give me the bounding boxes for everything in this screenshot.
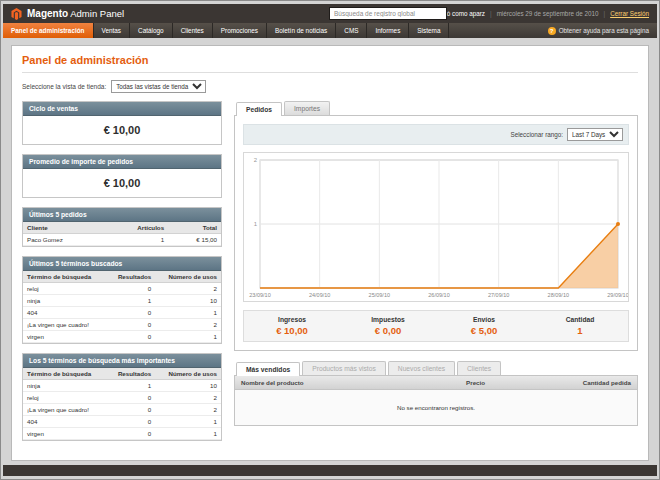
- table-row[interactable]: virgen01: [23, 428, 221, 440]
- column-header: Nombre del producto: [235, 376, 416, 390]
- table-row[interactable]: 40401: [23, 416, 221, 428]
- tab-mas-vendidos[interactable]: Más vendidos: [236, 362, 300, 376]
- brand-title: Magento Admin Panel: [27, 8, 124, 19]
- nav-item[interactable]: Clientes: [173, 23, 213, 38]
- table-row[interactable]: 40401: [23, 307, 221, 319]
- svg-text:28/09/10: 28/09/10: [548, 292, 569, 298]
- nav-item[interactable]: Ventas: [94, 23, 131, 38]
- column-header: Término de búsqueda: [23, 271, 107, 283]
- total-stat: Cantidad1: [532, 311, 628, 341]
- table-row[interactable]: ¡La virgen que cuadro!02: [23, 319, 221, 331]
- svg-text:29/09/10: 29/09/10: [607, 292, 628, 298]
- logout-link[interactable]: Cerrar Sesión: [610, 10, 649, 17]
- last-search-terms-table: Término de búsquedaResultadosNúmero de u…: [23, 271, 221, 343]
- global-search-input[interactable]: [329, 7, 447, 20]
- table-row[interactable]: ninja110: [23, 380, 221, 392]
- header-separator: |: [604, 10, 606, 17]
- store-view-row: Seleccione la vista de tienda: Todas las…: [22, 80, 638, 93]
- column-header: Resultados: [107, 271, 155, 283]
- column-header: Resultados: [107, 368, 155, 380]
- content-card: Panel de administración Seleccione la vi…: [11, 45, 649, 461]
- column-header: Total: [168, 222, 221, 234]
- panel-title: Ciclo de ventas: [23, 102, 221, 116]
- empty-message: No se encontraron registros.: [235, 390, 637, 426]
- panel-title: Últimos 5 pedidos: [23, 208, 221, 222]
- help-icon: ?: [548, 27, 556, 35]
- column-header: Cantidad pedida: [491, 376, 637, 390]
- nav-item[interactable]: Catálogo: [130, 23, 173, 38]
- nav-item[interactable]: Informes: [367, 23, 409, 38]
- svg-text:23/09/10: 23/09/10: [249, 292, 270, 298]
- range-label: Seleccionar rango:: [510, 131, 563, 138]
- magento-admin-window: Magento Admin Panel Accedió como aparz |…: [0, 0, 660, 480]
- column-header: Número de usos: [155, 368, 221, 380]
- top-search-terms-table: Término de búsquedaResultadosNúmero de u…: [23, 368, 221, 440]
- totals-row: Ingresos€ 10,00Impuestos€ 0,00Envíos€ 5,…: [243, 310, 629, 342]
- table-row[interactable]: virgen01: [23, 331, 221, 343]
- help-link[interactable]: ? Obtener ayuda para esta página: [548, 23, 657, 38]
- orders-chart: 1223/09/1024/09/1025/09/1026/09/1027/09/…: [243, 152, 629, 302]
- last-orders-table: ClienteArtículosTotalPaco Gomez1€ 15,00: [23, 222, 221, 246]
- lifetime-sales-panel: Ciclo de ventas € 10,00: [22, 101, 222, 145]
- nav-item[interactable]: Boletín de noticias: [267, 23, 336, 38]
- svg-text:27/09/10: 27/09/10: [488, 292, 509, 298]
- average-orders-panel: Promedio de importe de pedidos € 10,00: [22, 154, 222, 198]
- report-tabs: Pedidos Importes: [234, 101, 638, 115]
- svg-text:1: 1: [254, 221, 258, 227]
- header-date: miércoles 29 de septiembre de 2010: [497, 10, 599, 17]
- table-row[interactable]: reloj02: [23, 392, 221, 404]
- panel-title: Los 5 términos de búsqueda más important…: [23, 354, 221, 368]
- total-stat: Envíos€ 5,00: [436, 311, 532, 341]
- average-orders-value: € 10,00: [23, 169, 221, 197]
- title-divider: [22, 72, 638, 73]
- column-header: Número de usos: [155, 271, 221, 283]
- products-table: Nombre del producto Precio Cantidad pedi…: [235, 376, 637, 425]
- empty-row: No se encontraron registros.: [235, 390, 637, 426]
- dashboard-left-column: Ciclo de ventas € 10,00 Promedio de impo…: [22, 101, 222, 450]
- brand-suffix: Admin Panel: [70, 8, 124, 19]
- tab-importes[interactable]: Importes: [284, 101, 330, 115]
- svg-text:2: 2: [254, 157, 258, 163]
- nav-item[interactable]: Promociones: [213, 23, 267, 38]
- last-orders-panel: Últimos 5 pedidos ClienteArtículosTotalP…: [22, 207, 222, 247]
- tab-clientes[interactable]: Clientes: [457, 361, 501, 375]
- nav-item[interactable]: Panel de administración: [3, 23, 94, 38]
- store-view-label: Seleccione la vista de tienda:: [22, 83, 106, 90]
- table-row[interactable]: ¡La virgen que cuadro!02: [23, 404, 221, 416]
- tab-nuevos-clientes[interactable]: Nuevos clientes: [388, 361, 455, 375]
- grid-header-row: Nombre del producto Precio Cantidad pedi…: [235, 376, 637, 390]
- top-search-terms-panel: Los 5 términos de búsqueda más important…: [22, 353, 222, 441]
- nav-item[interactable]: Sistema: [409, 23, 449, 38]
- svg-text:24/09/10: 24/09/10: [309, 292, 330, 298]
- panel-title: Promedio de importe de pedidos: [23, 155, 221, 169]
- lifetime-sales-value: € 10,00: [23, 116, 221, 144]
- dashboard-right-column: Pedidos Importes Seleccionar rango: Last…: [234, 101, 638, 450]
- range-select[interactable]: Last 7 Days: [567, 128, 623, 141]
- column-header: Artículos: [104, 222, 168, 234]
- table-row[interactable]: reloj02: [23, 283, 221, 295]
- svg-text:26/09/10: 26/09/10: [428, 292, 449, 298]
- column-header: Término de búsqueda: [23, 368, 107, 380]
- main-nav: Panel de administraciónVentasCatálogoCli…: [3, 23, 449, 38]
- panel-title: Últimos 5 términos buscados: [23, 257, 221, 271]
- top-header-bar: Magento Admin Panel Accedió como aparz |…: [3, 4, 657, 23]
- last-search-terms-panel: Últimos 5 términos buscados Término de b…: [22, 256, 222, 344]
- brand-name: Magento: [27, 8, 68, 19]
- range-row: Seleccionar rango: Last 7 Days: [243, 124, 629, 145]
- tab-productos-mas-vistos[interactable]: Productos más vistos: [302, 361, 386, 375]
- footer-bar: [3, 465, 657, 476]
- table-row[interactable]: Paco Gomez1€ 15,00: [23, 234, 221, 246]
- header-right-cluster: Accedió como aparz | miércoles 29 de sep…: [428, 10, 649, 17]
- products-grid: Nombre del producto Precio Cantidad pedi…: [234, 375, 638, 426]
- total-stat: Ingresos€ 10,00: [244, 311, 340, 341]
- magento-logo-icon: [11, 8, 22, 20]
- help-label: Obtener ayuda para esta página: [559, 27, 649, 34]
- table-row[interactable]: ninja110: [23, 295, 221, 307]
- store-view-select[interactable]: Todas las vistas de tienda: [111, 80, 206, 93]
- nav-item[interactable]: CMS: [336, 23, 367, 38]
- main-nav-bar: Panel de administraciónVentasCatálogoCli…: [3, 23, 657, 38]
- page-title: Panel de administración: [22, 54, 638, 66]
- tab-pedidos[interactable]: Pedidos: [236, 102, 282, 116]
- svg-text:25/09/10: 25/09/10: [369, 292, 390, 298]
- header-separator: |: [490, 10, 492, 17]
